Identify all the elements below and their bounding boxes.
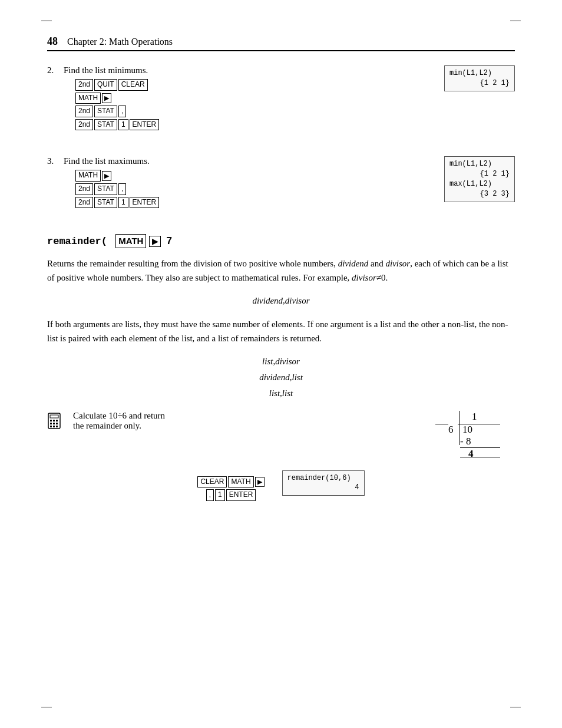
example-key-row-2: , 1 ENTER xyxy=(206,489,256,501)
key-stat-1: STAT xyxy=(94,106,117,117)
screen-row-3-3: max(L1,L2) xyxy=(449,179,510,189)
page-header: 48 Chapter 2: Math Operations xyxy=(47,35,515,51)
screen-box-2: min(L1,L2) {1 2 1} xyxy=(444,65,515,91)
svg-rect-10 xyxy=(56,426,58,427)
screen-box-3: min(L1,L2) {1 2 1} max(L1,L2) {3 2 3} xyxy=(444,156,515,202)
key-2nd-1: 2nd xyxy=(75,79,93,91)
subtract: - 8 xyxy=(460,436,471,447)
heading-number: 7 xyxy=(167,235,172,246)
quotient: 1 xyxy=(472,411,477,423)
key-math-1: MATH xyxy=(75,93,101,104)
key-arrow-1: ▶ xyxy=(102,93,111,103)
example-bottom: CLEAR MATH ▶ , 1 ENTER remainder(10,6) 4 xyxy=(47,470,515,507)
page-title: Chapter 2: Math Operations xyxy=(67,37,173,47)
bottom-line xyxy=(460,457,500,457)
right-dash xyxy=(488,424,500,424)
key-math-ex: MATH xyxy=(228,476,253,488)
divisor-num: 6 xyxy=(448,424,454,436)
divisor-italic-1: divisor xyxy=(386,259,411,268)
key-2nd-2: 2nd xyxy=(75,106,93,117)
syntax-list-1: list,divisor xyxy=(47,354,515,370)
example-text: Calculate 10÷6 and return the remainder … xyxy=(73,411,411,431)
key-row-3-3: 2nd STAT 1 ENTER xyxy=(75,197,432,209)
section-heading: remainder( MATH ▶ 7 xyxy=(47,234,515,248)
example-key-row-1: CLEAR MATH ▶ xyxy=(197,476,264,488)
item-3: 3. Find the list maximums. MATH ▶ 2nd ST… xyxy=(47,156,515,222)
subtract-line xyxy=(460,447,500,448)
syntax-list-2: dividend,list xyxy=(47,370,515,386)
item-content-2: Find the list minimums. 2nd QUIT CLEAR M… xyxy=(64,65,432,133)
key-quit: QUIT xyxy=(94,79,117,91)
key-comma-2: , xyxy=(118,183,126,195)
dividend-num: 10 xyxy=(462,424,472,436)
key-enter-2: ENTER xyxy=(130,197,160,209)
calc-svg xyxy=(47,412,61,430)
key-comma-ex: , xyxy=(206,489,214,501)
item-text-3: Find the list maximums. xyxy=(64,156,432,166)
numbered-item-2: 2. Find the list minimums. 2nd QUIT CLEA… xyxy=(47,65,432,133)
svg-rect-5 xyxy=(50,423,52,424)
key-comma-1: , xyxy=(118,106,126,117)
key-row-2-4: 2nd STAT 1 ENTER xyxy=(75,119,432,131)
key-stat-2: STAT xyxy=(94,119,117,131)
syntax-list-3: list,list xyxy=(47,386,515,401)
screen-ex-result: 4 xyxy=(287,483,359,493)
screen-row-3-1: min(L1,L2) xyxy=(449,159,510,169)
item-text-2: Find the list minimums. xyxy=(64,65,432,75)
key-arrow-heading: ▶ xyxy=(149,236,161,247)
svg-rect-2 xyxy=(50,420,52,421)
division-diagram: 1 6 10 - 8 4 xyxy=(435,411,500,461)
description-2: If both arguments are lists, they must h… xyxy=(47,317,515,345)
example-line-2: the remainder only. xyxy=(73,421,411,431)
key-group-3: MATH ▶ 2nd STAT , 2nd STAT 1 ENTER xyxy=(75,170,432,208)
description-1: Returns the remainder resulting from the… xyxy=(47,256,515,285)
remainder-num: 4 xyxy=(468,448,474,460)
syntax-dividend-divisor: dividend,divisor xyxy=(252,296,309,305)
left-dash xyxy=(435,424,448,424)
page: 48 Chapter 2: Math Operations 2. Find th… xyxy=(0,0,562,728)
example-keys: CLEAR MATH ▶ , 1 ENTER xyxy=(197,476,264,501)
syntax-center-1: dividend,divisor xyxy=(47,293,515,309)
key-group-2: 2nd QUIT CLEAR MATH ▶ 2nd STAT , xyxy=(75,79,432,130)
key-row-2-3: 2nd STAT , xyxy=(75,106,432,117)
svg-rect-8 xyxy=(50,426,52,427)
bottom-mark-right xyxy=(510,707,521,707)
key-arrow-ex: ▶ xyxy=(255,477,265,487)
numbered-item-3: 3. Find the list maximums. MATH ▶ 2nd ST… xyxy=(47,156,432,210)
key-clear-1: CLEAR xyxy=(118,79,148,91)
key-row-2-2: MATH ▶ xyxy=(75,93,432,104)
key-2nd-5: 2nd xyxy=(75,197,93,209)
svg-rect-9 xyxy=(53,426,55,427)
screen-row-3-4: {3 2 3} xyxy=(449,189,510,199)
top-mark-left xyxy=(41,21,52,21)
key-enter-1: ENTER xyxy=(130,119,160,131)
item-2-screen: min(L1,L2) {1 2 1} xyxy=(444,65,515,91)
key-1-1: 1 xyxy=(118,119,128,131)
key-1-2: 1 xyxy=(118,197,128,209)
divisor-italic-2: divisor xyxy=(352,273,376,282)
heading-code: remainder( xyxy=(47,236,107,247)
syntax-list-center: list,divisor dividend,list list,list xyxy=(47,354,515,401)
screen-row-3-2: {1 2 1} xyxy=(449,169,510,179)
division-bar xyxy=(459,411,459,445)
item-2-left: 2. Find the list minimums. 2nd QUIT CLEA… xyxy=(47,65,432,144)
svg-rect-4 xyxy=(56,420,58,421)
key-enter-ex: ENTER xyxy=(226,489,256,501)
screen-ex-line1: remainder(10,6) xyxy=(287,473,359,483)
svg-rect-3 xyxy=(53,420,55,421)
bottom-mark-left xyxy=(41,707,52,707)
svg-rect-6 xyxy=(53,423,55,424)
dividend-italic-1: dividend xyxy=(338,259,369,268)
top-mark-right xyxy=(510,21,521,21)
key-row-3-2: 2nd STAT , xyxy=(75,183,432,195)
page-number: 48 xyxy=(47,35,58,48)
example-line-1: Calculate 10÷6 and return xyxy=(73,411,411,421)
item-number-3: 3. xyxy=(47,156,64,166)
key-stat-3: STAT xyxy=(94,183,117,195)
key-math-heading: MATH xyxy=(115,234,146,248)
key-arrow-2: ▶ xyxy=(102,171,111,181)
division-area: 1 6 10 - 8 4 xyxy=(421,411,515,461)
example-screen-box: remainder(10,6) 4 xyxy=(282,470,365,496)
item-3-screen: min(L1,L2) {1 2 1} max(L1,L2) {3 2 3} xyxy=(444,156,515,202)
key-row-2-1: 2nd QUIT CLEAR xyxy=(75,79,432,91)
